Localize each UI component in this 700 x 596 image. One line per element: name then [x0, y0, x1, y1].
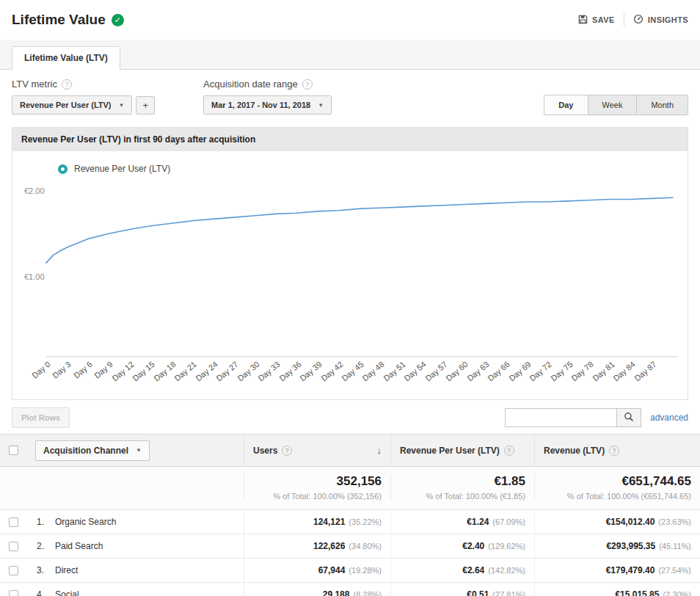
channel-name[interactable]: Paid Search	[55, 541, 103, 551]
header-actions: SAVE INSIGHTS	[578, 13, 688, 26]
granularity-week-button[interactable]: Week	[588, 95, 638, 115]
date-range-label-row: Acquisition date range ?	[203, 79, 332, 90]
date-range-group: Acquisition date range ? Mar 1, 2017 - N…	[203, 79, 332, 115]
dimension-dropdown[interactable]: Acquisition Channel ▼	[35, 440, 150, 461]
revenue-header-label: Revenue (LTV)	[544, 446, 605, 456]
plot-rows-button[interactable]: Plot Rows	[12, 407, 70, 428]
revenue-pct: (45.11%)	[659, 542, 691, 550]
ltv-metric-label: LTV metric	[12, 79, 57, 90]
users-total: 352,156	[253, 474, 382, 489]
help-icon[interactable]: ?	[504, 446, 514, 456]
x-axis-label: Day 27	[214, 360, 239, 383]
revenue-pct: (2.30%)	[663, 590, 691, 596]
x-axis-label: Day 42	[319, 360, 344, 383]
save-button[interactable]: SAVE	[578, 15, 615, 26]
ltv-metric-dropdown[interactable]: Revenue Per User (LTV) ▼	[12, 95, 132, 115]
revenue-column-header[interactable]: Revenue (LTV) ?	[534, 435, 700, 466]
channel-name[interactable]: Social	[55, 589, 79, 596]
rpu-pct: (27.81%)	[492, 590, 525, 596]
table-header-row: Acquisition Channel ▼ Users ? ↓ Revenue …	[0, 435, 700, 467]
tab-bar: Lifetime Value (LTV)	[0, 40, 700, 70]
users-column-header[interactable]: Users ? ↓	[244, 435, 390, 466]
chevron-down-icon: ▼	[136, 447, 142, 454]
x-axis-label: Day 15	[131, 360, 156, 383]
chevron-down-icon: ▼	[119, 102, 125, 109]
rpu-total-note: % of Total: 100.00% (€1.85)	[400, 492, 525, 501]
x-axis-label: Day 87	[632, 360, 657, 383]
granularity-day-button[interactable]: Day	[544, 95, 588, 115]
x-axis-label: Day 3	[51, 360, 73, 380]
x-axis-label: Day 51	[382, 360, 406, 383]
x-axis-label: Day 84	[611, 360, 636, 383]
rpu-total: €1.85	[400, 474, 525, 489]
x-axis-label: Day 0	[30, 360, 52, 380]
rpu-value: €2.40	[462, 541, 484, 551]
x-axis-label: Day 24	[194, 360, 219, 383]
rpu-pct: (129.62%)	[488, 542, 525, 550]
table-row: 4. Social 29,188(8.28%) €0.51(27.81%) €1…	[0, 583, 700, 596]
rpu-value: €0.51	[467, 589, 489, 596]
users-total-note: % of Total: 100.00% (352,156)	[253, 492, 382, 501]
select-all-checkbox[interactable]	[9, 446, 18, 455]
rpu-column-header[interactable]: Revenue Per User (LTV) ?	[390, 435, 534, 466]
search-button[interactable]	[616, 408, 641, 427]
date-range-value: Mar 1, 2017 - Nov 11, 2018	[211, 101, 310, 109]
chart-area: Revenue Per User (LTV) €2.00 €1.00 Day 0…	[12, 151, 688, 399]
ltv-metric-group: LTV metric ? Revenue Per User (LTV) ▼ +	[12, 79, 155, 115]
users-pct: (8.28%)	[353, 590, 382, 596]
row-checkbox[interactable]	[9, 590, 18, 596]
row-checkbox[interactable]	[9, 517, 18, 527]
help-icon[interactable]: ?	[62, 79, 72, 90]
users-value: 29,188	[323, 589, 350, 596]
users-summary: 352,156 % of Total: 100.00% (352,156)	[244, 474, 390, 501]
report-header: Lifetime Value ✓ SAVE INSIGHTS	[0, 0, 700, 40]
sort-descending-icon[interactable]: ↓	[377, 445, 382, 456]
advanced-search-link[interactable]: advanced	[650, 413, 688, 423]
channel-name[interactable]: Organic Search	[55, 517, 116, 527]
revenue-total: €651,744.65	[544, 474, 691, 489]
help-icon[interactable]: ?	[282, 446, 292, 456]
x-axis-label: Day 48	[361, 360, 386, 383]
add-metric-button[interactable]: +	[136, 96, 155, 115]
x-axis-label: Day 18	[152, 360, 177, 383]
x-axis-label: Day 75	[549, 360, 574, 383]
revenue-pct: (27.54%)	[658, 566, 691, 575]
rpu-pct: (67.09%)	[492, 517, 525, 526]
help-icon[interactable]: ?	[609, 446, 619, 456]
x-axis-label: Day 36	[277, 360, 302, 383]
tab-lifetime-value[interactable]: Lifetime Value (LTV)	[12, 46, 120, 70]
save-icon	[578, 15, 588, 26]
acquisition-table: Acquisition Channel ▼ Users ? ↓ Revenue …	[0, 434, 700, 596]
search-input[interactable]	[505, 408, 616, 427]
x-axis-label: Day 66	[486, 360, 511, 383]
granularity-month-button[interactable]: Month	[637, 95, 688, 115]
rpu-value: €1.24	[467, 517, 489, 527]
users-value: 67,944	[318, 565, 346, 575]
date-range-dropdown[interactable]: Mar 1, 2017 - Nov 11, 2018 ▼	[203, 95, 332, 115]
granularity-toggle: Day Week Month	[544, 95, 688, 115]
chevron-down-icon: ▼	[318, 102, 324, 109]
row-rank: 4.	[37, 589, 44, 596]
revenue-value: €179,479.40	[606, 565, 655, 575]
report-controls: LTV metric ? Revenue Per User (LTV) ▼ + …	[0, 70, 700, 126]
row-checkbox[interactable]	[9, 542, 18, 551]
rpu-summary: €1.85 % of Total: 100.00% (€1.85)	[390, 474, 534, 501]
rpu-pct: (142.82%)	[488, 566, 525, 575]
channel-name[interactable]: Direct	[55, 565, 78, 575]
row-rank: 1.	[37, 517, 44, 527]
x-axis-label: Day 81	[591, 360, 616, 383]
ltv-series-line	[46, 197, 673, 263]
row-rank: 3.	[37, 565, 44, 575]
header-divider	[624, 13, 624, 26]
ltv-metric-value: Revenue Per User (LTV)	[20, 101, 112, 109]
x-axis-label: Day 45	[340, 360, 365, 383]
table-row: 3. Direct 67,944(19.28%) €2.64(142.82%) …	[0, 559, 700, 583]
users-value: 124,121	[313, 517, 345, 527]
table-row: 1. Organic Search 124,121(35.22%) €1.24(…	[0, 510, 700, 534]
help-icon[interactable]: ?	[302, 79, 313, 90]
insights-icon	[633, 14, 644, 26]
x-axis-label: Day 39	[298, 360, 323, 383]
insights-button[interactable]: INSIGHTS	[633, 14, 688, 26]
x-axis-label: Day 30	[236, 360, 260, 383]
row-checkbox[interactable]	[9, 566, 18, 575]
